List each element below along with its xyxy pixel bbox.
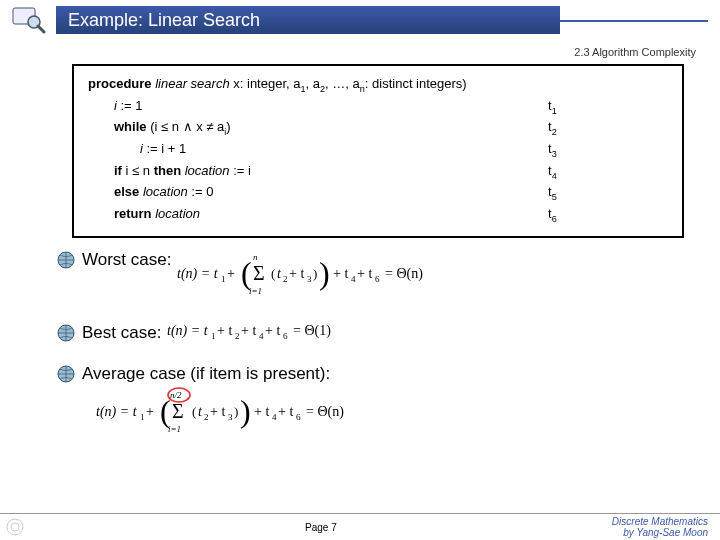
svg-text:+ t: + t xyxy=(210,404,225,419)
svg-text:i=1: i=1 xyxy=(249,286,262,296)
svg-text:1: 1 xyxy=(140,412,145,422)
page-number: Page 7 xyxy=(30,522,612,533)
globe-bullet-icon xyxy=(56,323,76,343)
svg-text:= Θ(n): = Θ(n) xyxy=(306,404,344,420)
svg-text:n/2: n/2 xyxy=(170,390,182,400)
svg-text:+ t: + t xyxy=(217,323,232,338)
svg-text:+ t: + t xyxy=(241,323,256,338)
svg-text:): ) xyxy=(319,255,330,291)
svg-text:i=1: i=1 xyxy=(168,424,181,434)
svg-text:t(n) = t: t(n) = t xyxy=(177,266,219,282)
svg-text:): ) xyxy=(313,266,317,281)
svg-text:+ t: + t xyxy=(289,266,304,281)
algo-line: return location t6 xyxy=(88,204,668,226)
svg-text:2: 2 xyxy=(235,331,240,341)
svg-text:+: + xyxy=(146,404,154,419)
algo-line: else location := 0 t5 xyxy=(88,182,668,204)
algo-header: procedure linear search x: integer, a1, … xyxy=(88,74,668,96)
svg-text:+: + xyxy=(227,266,235,281)
svg-text:2: 2 xyxy=(283,274,288,284)
svg-text:): ) xyxy=(240,393,251,429)
title-ornament xyxy=(560,0,720,40)
svg-text:t(n) = t: t(n) = t xyxy=(167,323,209,339)
svg-text:4: 4 xyxy=(272,412,277,422)
svg-point-55 xyxy=(11,523,19,531)
bullets: Worst case: t(n) = t 1 + ( Σ n i=1 ( t 2… xyxy=(56,250,720,436)
svg-text:(: ( xyxy=(271,266,275,281)
svg-text:+ t: + t xyxy=(278,404,293,419)
svg-text:6: 6 xyxy=(296,412,301,422)
algo-line: i := i + 1 t3 xyxy=(88,139,668,161)
globe-bullet-icon xyxy=(56,364,76,384)
globe-bullet-icon xyxy=(56,250,76,270)
svg-text:(: ( xyxy=(192,404,196,419)
algorithm-box: procedure linear search x: integer, a1, … xyxy=(72,64,684,238)
svg-text:+ t: + t xyxy=(333,266,348,281)
svg-text:): ) xyxy=(234,404,238,419)
title-banner: Example: Linear Search xyxy=(56,6,560,34)
svg-text:t: t xyxy=(277,266,282,281)
footer: Page 7 Discrete Mathematics by Yang-Sae … xyxy=(0,513,720,540)
bullet-label: Best case: xyxy=(82,323,161,343)
algo-line: i := 1 t1 xyxy=(88,96,668,118)
svg-text:6: 6 xyxy=(375,274,380,284)
algo-line: if i ≤ n then location := i t4 xyxy=(88,161,668,183)
svg-line-2 xyxy=(38,26,44,32)
svg-text:1: 1 xyxy=(221,274,226,284)
svg-text:+ t: + t xyxy=(357,266,372,281)
svg-point-54 xyxy=(7,519,23,535)
svg-text:4: 4 xyxy=(259,331,264,341)
svg-text:2: 2 xyxy=(204,412,209,422)
svg-text:n: n xyxy=(253,252,258,262)
page-title: Example: Linear Search xyxy=(68,10,260,31)
average-case-formula: t(n) = t 1 + ( Σ n/2 i=1 ( t 2 + t 3 ) )… xyxy=(96,386,720,436)
worst-case-formula: t(n) = t 1 + ( Σ n i=1 ( t 2 + t 3 ) ) +… xyxy=(177,250,437,302)
svg-text:= Θ(1): = Θ(1) xyxy=(293,323,331,339)
algo-line: while (i ≤ n ∧ x ≠ ai) t2 xyxy=(88,117,668,139)
svg-text:6: 6 xyxy=(283,331,288,341)
bullet-worst: Worst case: t(n) = t 1 + ( Σ n i=1 ( t 2… xyxy=(56,250,720,302)
svg-text:Σ: Σ xyxy=(172,400,184,422)
svg-text:1: 1 xyxy=(211,331,216,341)
magnifier-icon xyxy=(0,0,56,40)
footer-logo xyxy=(0,514,30,540)
svg-text:+ t: + t xyxy=(254,404,269,419)
bullet-average: Average case (if item is present): xyxy=(56,364,720,384)
svg-text:3: 3 xyxy=(228,412,233,422)
bullet-label: Worst case: xyxy=(82,250,171,270)
svg-text:Σ: Σ xyxy=(253,262,265,284)
section-label: 2.3 Algorithm Complexity xyxy=(0,40,720,60)
svg-text:= Θ(n): = Θ(n) xyxy=(385,266,423,282)
svg-text:t(n) = t: t(n) = t xyxy=(96,404,138,420)
title-bar: Example: Linear Search xyxy=(0,0,720,40)
svg-text:3: 3 xyxy=(307,274,312,284)
svg-text:t: t xyxy=(198,404,203,419)
svg-text:+ t: + t xyxy=(265,323,280,338)
bullet-best: Best case: t(n) = t 1 + t 2 + t 4 + t 6 … xyxy=(56,320,720,346)
best-case-formula: t(n) = t 1 + t 2 + t 4 + t 6 = Θ(1) xyxy=(167,320,387,346)
footer-credit: Discrete Mathematics by Yang-Sae Moon xyxy=(612,516,720,538)
svg-text:4: 4 xyxy=(351,274,356,284)
bullet-label: Average case (if item is present): xyxy=(82,364,330,384)
